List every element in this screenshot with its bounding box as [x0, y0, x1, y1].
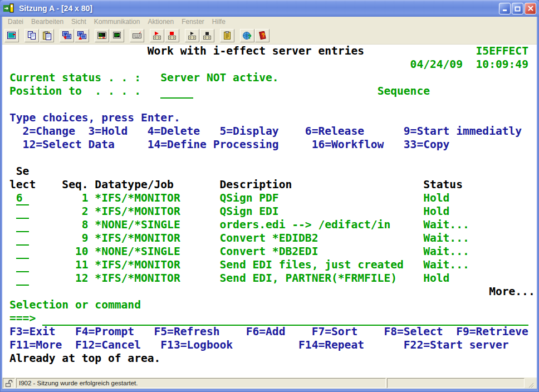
web-help-button[interactable]: ? [240, 29, 254, 42]
status-bar: I902 - Sitzung wurde erfolgreich gestart… [2, 378, 537, 389]
color-setup-button[interactable] [95, 29, 109, 42]
stop-play-macro-icon [203, 31, 212, 40]
paste-button[interactable] [40, 29, 54, 42]
menu-sicht[interactable]: Sicht [67, 18, 90, 26]
terminal-text [141, 85, 160, 97]
terminal-text: Position to . . . . [9, 85, 141, 97]
terminal-row: 9 *IFS/*MONITOR Convert *EDIDB2 Wait... [9, 232, 537, 245]
app-icon [3, 3, 16, 14]
terminal-text [29, 205, 75, 218]
record-macro-icon [153, 31, 162, 40]
option-input-10[interactable] [16, 245, 30, 259]
svg-text:?: ? [261, 32, 265, 38]
position-to-input[interactable] [160, 85, 193, 99]
stop-play-macro-button[interactable] [200, 29, 214, 42]
terminal-row: Current status . . : Server NOT active. [9, 71, 537, 85]
terminal-row: 8 *NONE/*SINGLE orders.edi --> /edifact/… [9, 218, 537, 232]
terminal-text [9, 138, 23, 151]
toolbar-group [150, 29, 179, 42]
terminal-text: Selection or command [9, 298, 141, 311]
resize-grip-icon [528, 381, 533, 388]
status-secondary-panel [387, 378, 525, 388]
terminal-row: Already at top of area. [9, 352, 537, 365]
stop-macro-button[interactable] [165, 29, 179, 42]
keyboard-icon [133, 31, 142, 40]
terminal-oia-area [2, 365, 537, 378]
terminal-text: Sequence [378, 85, 430, 97]
terminal-row: ===> [9, 312, 537, 325]
terminal-text [9, 192, 16, 204]
menu-aktionen[interactable]: Aktionen [144, 18, 178, 26]
status-message-panel: I902 - Sitzung wurde erfolgreich gestart… [16, 378, 386, 388]
terminal-text [29, 232, 75, 244]
title-bar[interactable]: Sitzung A - [24 x 80] [0, 0, 539, 17]
send-screen-button[interactable] [60, 29, 74, 42]
color-setup-icon [97, 31, 107, 40]
option-input-8[interactable] [16, 218, 30, 232]
terminal-text: 1 *IFS/*MONITOR QSign PDF Hold [75, 192, 449, 204]
option-input-12[interactable] [16, 272, 30, 286]
terminal-text [364, 45, 476, 57]
terminal-text: Status [423, 178, 463, 191]
help-button[interactable]: ? [255, 29, 270, 42]
terminal-row: 2=Change 3=Hold 4=Delete 5=Display 6=Rel… [9, 125, 537, 138]
resize-grip[interactable] [526, 378, 536, 388]
toolbar-group [130, 29, 144, 42]
terminal-row: Position to . . . . Sequence [9, 85, 537, 98]
receive-screen-button[interactable] [75, 29, 89, 42]
play-macro-button[interactable] [185, 29, 199, 42]
session-window-button[interactable] [4, 29, 19, 42]
terminal-screen[interactable]: Work with i-effect server entries I5EFFE… [2, 45, 537, 365]
toolbar-group [24, 29, 54, 42]
terminal-row: Type choices, press Enter. [9, 111, 537, 125]
terminal-row: More... [9, 285, 537, 298]
terminal-text [29, 192, 75, 204]
terminal-row: F11=More F12=Cancel F13=Logbook F14=Repe… [9, 339, 537, 352]
terminal-row: 12 *IFS/*MONITOR Send EDI, PARTNER(*FRMF… [9, 272, 537, 285]
keyboard-button[interactable] [130, 29, 144, 42]
terminal-row: 11 *IFS/*MONITOR Send EDI files, just cr… [9, 258, 537, 272]
menu-bearbeiten[interactable]: Bearbeiten [27, 18, 67, 26]
record-macro-button[interactable] [150, 29, 164, 42]
toolbar-group [95, 29, 124, 42]
stop-macro-icon [168, 31, 177, 40]
option-input-1[interactable]: 6 [16, 192, 30, 205]
terminal-text: Current status . . : Server NOT active. [9, 71, 279, 84]
menu-bar: DateiBearbeitenSichtKommunikationAktione… [2, 17, 537, 27]
terminal-text [292, 178, 423, 191]
toolbar-group [60, 29, 89, 42]
logbook-icon [223, 31, 232, 40]
unlocked-padlock-icon [5, 379, 13, 388]
menu-kommunikation[interactable]: Kommunikation [90, 18, 144, 26]
terminal-text: F11=More F12=Cancel F13=Logbook F14=Repe… [9, 339, 509, 351]
terminal-text: 8 *NONE/*SINGLE orders.edi --> /edifact/… [75, 218, 469, 231]
option-input-11[interactable] [16, 258, 30, 272]
menu-hilfe[interactable]: Hilfe [208, 18, 229, 26]
copy-button[interactable] [24, 29, 39, 42]
option-input-2[interactable] [16, 205, 30, 219]
terminal-text [29, 258, 75, 271]
terminal-text [9, 165, 16, 178]
web-help-icon: ? [243, 31, 252, 40]
command-input[interactable] [42, 312, 528, 326]
window-controls [499, 3, 536, 14]
terminal-text: 11 *IFS/*MONITOR Send EDI files, just cr… [75, 258, 469, 271]
terminal-row: 10 *NONE/*SINGLE Convert *DB2EDI Wait... [9, 245, 537, 258]
terminal-text [9, 205, 16, 218]
connection-status-cell [3, 378, 15, 388]
terminal-text [9, 218, 16, 231]
menu-fenster[interactable]: Fenster [178, 18, 208, 26]
copy-icon [27, 31, 37, 40]
maximize-button[interactable] [512, 3, 523, 14]
receive-screen-icon [77, 31, 87, 40]
logbook-button[interactable] [220, 29, 234, 42]
display-setup-button[interactable] [110, 29, 124, 42]
menu-datei[interactable]: Datei [4, 18, 27, 26]
terminal-text [29, 245, 75, 258]
close-button[interactable] [525, 3, 536, 14]
terminal-text [29, 218, 75, 231]
terminal-text: 2 *IFS/*MONITOR QSign EDI Hold [75, 205, 449, 218]
option-input-9[interactable] [16, 232, 30, 246]
minimize-button[interactable] [499, 3, 511, 14]
terminal-row: Selection or command [9, 298, 537, 312]
